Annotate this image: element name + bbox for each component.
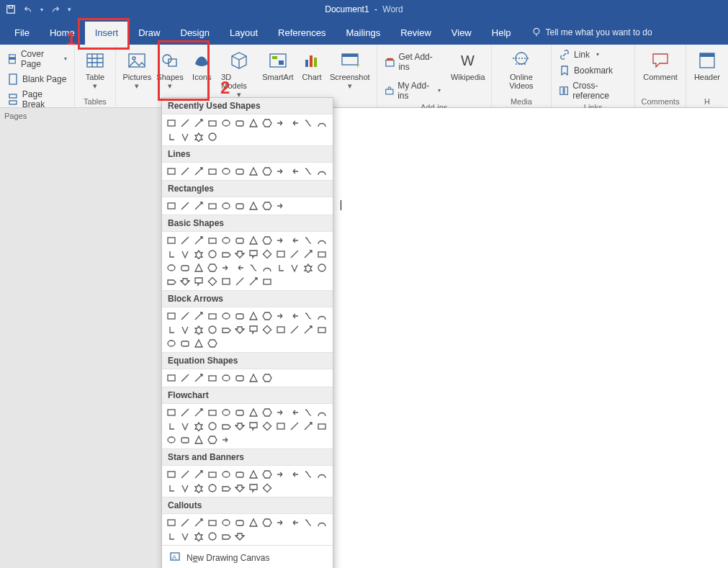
shape-option[interactable]	[261, 482, 274, 495]
shape-option[interactable]	[192, 199, 205, 212]
shape-option[interactable]	[192, 482, 205, 495]
shape-option[interactable]	[179, 275, 192, 288]
shape-option[interactable]	[302, 165, 315, 178]
shape-option[interactable]	[220, 530, 233, 543]
shape-option[interactable]	[179, 323, 192, 336]
shape-option[interactable]	[302, 234, 315, 247]
shape-option[interactable]	[274, 234, 287, 247]
shape-option[interactable]	[206, 130, 219, 143]
shape-option[interactable]	[274, 406, 287, 419]
tab-help[interactable]: Help	[482, 22, 521, 45]
shape-option[interactable]	[165, 482, 178, 495]
shape-option[interactable]	[233, 261, 246, 274]
shape-option[interactable]	[315, 310, 328, 323]
shape-option[interactable]	[220, 310, 233, 323]
shape-option[interactable]	[233, 406, 246, 419]
shape-option[interactable]	[165, 323, 178, 336]
shape-option[interactable]	[206, 516, 219, 529]
shape-option[interactable]	[315, 406, 328, 419]
shape-option[interactable]	[288, 516, 301, 529]
shape-option[interactable]	[165, 117, 178, 130]
shape-option[interactable]	[165, 165, 178, 178]
shape-option[interactable]	[233, 117, 246, 130]
tab-mailings[interactable]: Mailings	[336, 22, 391, 45]
tab-design[interactable]: Design	[171, 22, 220, 45]
shape-option[interactable]	[192, 516, 205, 529]
shape-option[interactable]	[247, 234, 260, 247]
shape-option[interactable]	[179, 117, 192, 130]
undo-chevron-icon[interactable]: ▾	[40, 6, 43, 13]
shape-option[interactable]	[247, 323, 260, 336]
shape-option[interactable]	[179, 433, 192, 446]
shape-option[interactable]	[220, 261, 233, 274]
shape-option[interactable]	[261, 117, 274, 130]
shape-option[interactable]	[165, 530, 178, 543]
shape-option[interactable]	[220, 165, 233, 178]
shape-option[interactable]	[206, 406, 219, 419]
header-button[interactable]: Header	[691, 48, 724, 84]
shape-option[interactable]	[233, 323, 246, 336]
shape-option[interactable]	[206, 275, 219, 288]
table-button[interactable]: Table▾	[79, 48, 111, 93]
shape-option[interactable]	[192, 310, 205, 323]
shape-option[interactable]	[192, 323, 205, 336]
shape-option[interactable]	[261, 199, 274, 212]
shape-option[interactable]	[315, 516, 328, 529]
get-addins-button[interactable]: Get Add-ins	[382, 50, 444, 73]
shape-option[interactable]	[206, 261, 219, 274]
shape-option[interactable]	[192, 371, 205, 384]
shape-option[interactable]	[233, 530, 246, 543]
shape-option[interactable]	[165, 234, 178, 247]
shape-option[interactable]	[302, 261, 315, 274]
blank-page-button[interactable]: Blank Page	[4, 72, 70, 86]
shape-option[interactable]	[261, 248, 274, 261]
online-videos-button[interactable]: Online Videos	[496, 48, 547, 92]
shape-option[interactable]	[206, 323, 219, 336]
shape-option[interactable]	[315, 248, 328, 261]
shape-option[interactable]	[165, 248, 178, 261]
shape-option[interactable]	[233, 248, 246, 261]
shape-option[interactable]	[302, 117, 315, 130]
shape-option[interactable]	[233, 310, 246, 323]
shape-option[interactable]	[165, 420, 178, 433]
tab-references[interactable]: References	[268, 22, 336, 45]
shape-option[interactable]	[192, 337, 205, 350]
shape-option[interactable]	[179, 310, 192, 323]
shape-option[interactable]	[261, 261, 274, 274]
link-button[interactable]: Link▾	[556, 48, 602, 62]
shape-option[interactable]	[165, 406, 178, 419]
shape-option[interactable]	[220, 420, 233, 433]
shape-option[interactable]	[206, 420, 219, 433]
shape-option[interactable]	[220, 234, 233, 247]
shape-option[interactable]	[274, 248, 287, 261]
undo-icon[interactable]	[23, 4, 33, 14]
shape-option[interactable]	[165, 275, 178, 288]
shape-option[interactable]	[206, 482, 219, 495]
shape-option[interactable]	[179, 530, 192, 543]
shape-option[interactable]	[233, 516, 246, 529]
shape-option[interactable]	[233, 468, 246, 481]
shape-option[interactable]	[220, 199, 233, 212]
page-break-button[interactable]: Page Break	[4, 88, 70, 111]
shape-option[interactable]	[302, 420, 315, 433]
shape-option[interactable]	[192, 261, 205, 274]
shape-option[interactable]	[261, 310, 274, 323]
shape-option[interactable]	[220, 433, 233, 446]
shape-option[interactable]	[220, 482, 233, 495]
shape-option[interactable]	[261, 323, 274, 336]
shape-option[interactable]	[288, 310, 301, 323]
shape-option[interactable]	[192, 468, 205, 481]
shape-option[interactable]	[233, 234, 246, 247]
shape-option[interactable]	[206, 310, 219, 323]
cover-page-button[interactable]: Cover Page▾	[4, 48, 70, 71]
save-icon[interactable]	[6, 4, 16, 14]
shape-option[interactable]	[247, 248, 260, 261]
shape-option[interactable]	[247, 371, 260, 384]
shape-option[interactable]	[179, 406, 192, 419]
shape-option[interactable]	[165, 310, 178, 323]
shape-option[interactable]	[302, 323, 315, 336]
shape-option[interactable]	[165, 130, 178, 143]
shape-option[interactable]	[192, 433, 205, 446]
shape-option[interactable]	[247, 420, 260, 433]
shape-option[interactable]	[220, 248, 233, 261]
